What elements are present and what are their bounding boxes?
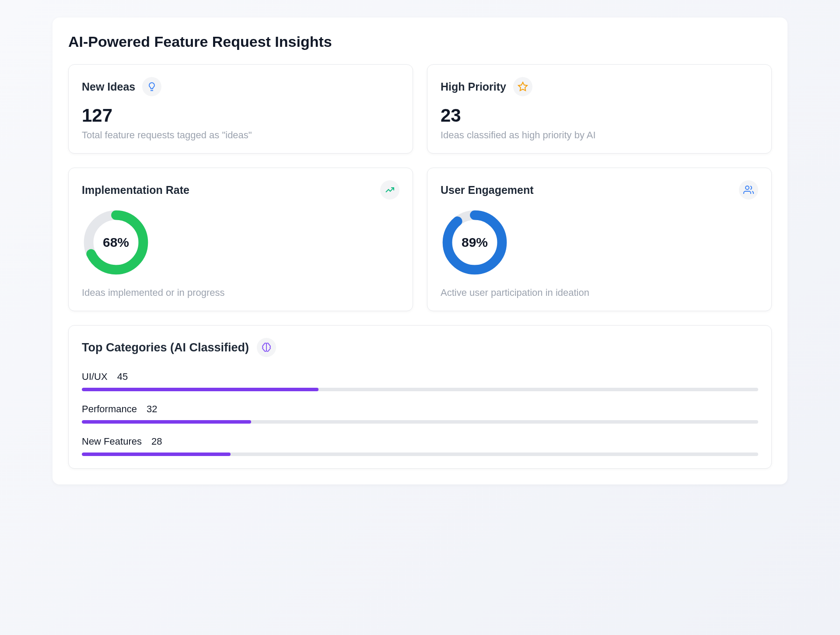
card-label: User Engagement	[441, 184, 534, 196]
card-description: Ideas classified as high priority by AI	[441, 130, 758, 141]
stats-row-1: New Ideas 127 Total feature requests tag…	[68, 64, 772, 154]
svg-point-3	[746, 186, 749, 189]
implementation-rate-card: Implementation Rate 68% Ideas i	[68, 168, 413, 311]
user-engagement-card: User Engagement 89%	[427, 168, 772, 311]
category-count: 28	[151, 436, 162, 447]
category-row: Performance32	[82, 403, 758, 424]
category-count: 32	[147, 403, 157, 415]
card-value: 23	[441, 105, 758, 126]
progress-track	[82, 388, 758, 391]
donut-percent: 68%	[82, 208, 150, 277]
category-labels: Performance32	[82, 403, 758, 415]
category-name: UI/UX	[82, 371, 108, 382]
card-label: Implementation Rate	[82, 184, 189, 196]
donut-chart: 89%	[441, 208, 758, 277]
insights-panel: AI-Powered Feature Request Insights New …	[52, 18, 788, 484]
progress-fill	[82, 453, 231, 456]
category-labels: New Features28	[82, 436, 758, 447]
card-header: User Engagement	[441, 180, 758, 200]
card-description: Active user participation in ideation	[441, 287, 758, 298]
card-title: Top Categories (AI Classified)	[82, 341, 249, 354]
progress-fill	[82, 388, 318, 391]
page-title: AI-Powered Feature Request Insights	[68, 33, 772, 50]
card-header: Implementation Rate	[82, 180, 399, 200]
stats-row-2: Implementation Rate 68% Ideas i	[68, 168, 772, 311]
card-header: New Ideas	[82, 77, 399, 96]
brain-icon	[257, 338, 276, 357]
card-header: High Priority	[441, 77, 758, 96]
high-priority-card: High Priority 23 Ideas classified as hig…	[427, 64, 772, 154]
lightbulb-icon	[142, 77, 161, 96]
category-name: New Features	[82, 436, 142, 447]
progress-track	[82, 453, 758, 456]
card-description: Ideas implemented or in progress	[82, 287, 399, 298]
category-count: 45	[117, 371, 128, 382]
category-labels: UI/UX45	[82, 371, 758, 382]
card-value: 127	[82, 105, 399, 126]
categories-list: UI/UX45Performance32New Features28	[82, 371, 758, 456]
category-name: Performance	[82, 403, 137, 415]
new-ideas-card: New Ideas 127 Total feature requests tag…	[68, 64, 413, 154]
card-description: Total feature requests tagged as "ideas"	[82, 130, 399, 141]
progress-track	[82, 420, 758, 424]
svg-marker-0	[518, 82, 527, 91]
users-icon	[739, 180, 758, 200]
trend-up-icon	[380, 180, 399, 200]
category-row: UI/UX45	[82, 371, 758, 391]
card-label: High Priority	[441, 81, 506, 93]
star-icon	[513, 77, 532, 96]
category-row: New Features28	[82, 436, 758, 456]
progress-fill	[82, 420, 251, 424]
card-header: Top Categories (AI Classified)	[82, 338, 758, 357]
top-categories-card: Top Categories (AI Classified) UI/UX45Pe…	[68, 325, 772, 469]
donut-chart: 68%	[82, 208, 399, 277]
donut-percent: 89%	[441, 208, 509, 277]
card-label: New Ideas	[82, 81, 135, 93]
